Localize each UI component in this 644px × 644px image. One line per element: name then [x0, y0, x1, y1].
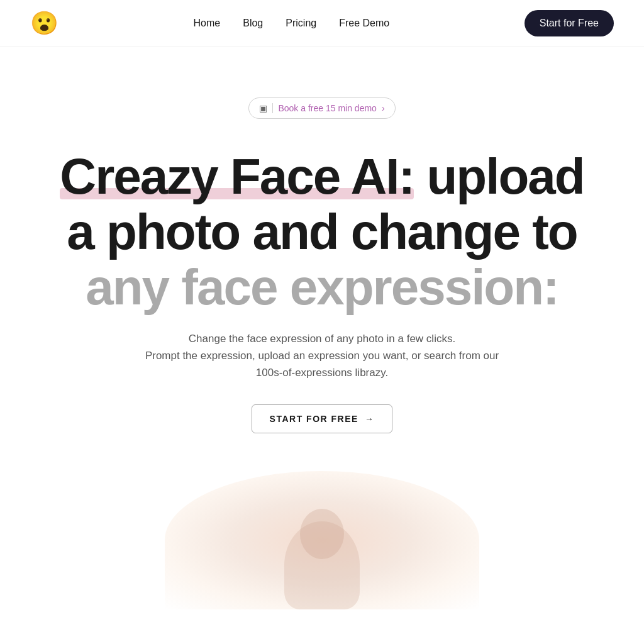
nav-item-blog[interactable]: Blog [243, 18, 263, 29]
start-for-free-label: START FOR FREE [270, 414, 358, 424]
start-for-free-arrow-icon: → [365, 414, 375, 424]
hero-subtitle: Change the face expression of any photo … [133, 330, 511, 382]
start-for-free-nav-button[interactable]: Start for Free [525, 10, 614, 36]
logo-emoji: 😮 [30, 12, 58, 35]
nav-links: Home Blog Pricing Free Demo [194, 18, 390, 29]
start-for-free-hero-button[interactable]: START FOR FREE → [252, 404, 393, 433]
hero-subtitle-line2: Prompt the expression, upload an express… [133, 347, 511, 381]
badge-arrow-icon: › [382, 103, 385, 113]
nav-item-free-demo[interactable]: Free Demo [339, 18, 389, 29]
badge-divider [272, 103, 273, 113]
hero-section: ▣ Book a free 15 min demo › Creazy Face … [0, 47, 644, 635]
hero-title-expression: any face expression: [86, 259, 558, 315]
hero-title-brand: Creazy Face AI: [60, 148, 414, 204]
nav-link-blog[interactable]: Blog [243, 18, 263, 28]
logo[interactable]: 😮 [30, 12, 58, 35]
nav-link-pricing[interactable]: Pricing [286, 18, 316, 28]
badge-text: Book a free 15 min demo [278, 103, 376, 113]
nav-link-free-demo[interactable]: Free Demo [339, 18, 389, 28]
preview-area [165, 471, 479, 609]
demo-badge[interactable]: ▣ Book a free 15 min demo › [248, 97, 395, 119]
preview-gradient [165, 471, 479, 609]
nav-link-home[interactable]: Home [194, 18, 221, 28]
hero-title: Creazy Face AI: upload a photo and chang… [52, 149, 592, 315]
badge-icon: ▣ [259, 103, 267, 113]
hero-subtitle-line1: Change the face expression of any photo … [133, 330, 511, 347]
nav-item-home[interactable]: Home [194, 18, 221, 29]
nav-item-pricing[interactable]: Pricing [286, 18, 316, 29]
navbar: 😮 Home Blog Pricing Free Demo Start for … [0, 0, 644, 47]
